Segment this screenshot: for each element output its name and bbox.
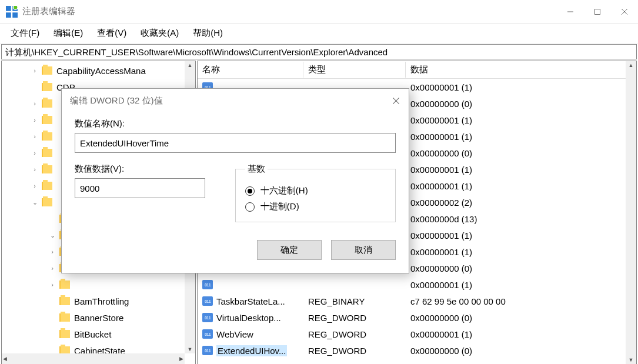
chevron-right-icon[interactable]: › (31, 149, 38, 156)
value-data: 0x00000000 (0) (406, 345, 636, 357)
values-scrollbar[interactable]: ▲ ▼ (626, 61, 636, 364)
folder-icon (59, 280, 70, 289)
tree-item-label: CapabilityAccessMana (56, 66, 146, 76)
value-type: REG_DWORD (303, 328, 406, 340)
base-groupbox: 基数 十六进制(H) 十进制(D) (235, 163, 396, 222)
value-name: VirtualDesktop... (216, 313, 281, 323)
value-data: 0x00000001 (1) (406, 279, 636, 291)
menu-favorites[interactable]: 收藏夹(A) (133, 25, 186, 41)
tree-item[interactable]: › (2, 276, 195, 293)
value-data: 0x00000000 (0) (406, 98, 636, 110)
chevron-right-icon[interactable]: › (31, 67, 38, 74)
dword-icon (202, 280, 213, 289)
value-name: ExtendedUIHov... (216, 345, 287, 356)
column-type[interactable]: 类型 (303, 62, 406, 78)
titlebar: 注册表编辑器 (0, 0, 638, 24)
chevron-down-icon[interactable]: ⌄ (31, 199, 38, 206)
minimize-button[interactable] (557, 0, 584, 24)
dec-radio[interactable]: 十进制(D) (245, 201, 386, 212)
value-data: 0x00000001 (1) (406, 131, 636, 143)
value-data: 0x00000001 (1) (406, 163, 636, 176)
radio-checked-icon (245, 186, 255, 196)
tree-item-label: BitBucket (74, 329, 111, 339)
folder-icon (42, 99, 52, 108)
svg-rect-3 (12, 12, 18, 18)
value-row[interactable]: 0x00000001 (1) (198, 276, 636, 293)
dec-radio-label: 十进制(D) (260, 201, 299, 212)
folder-icon (42, 149, 52, 157)
value-data-field[interactable] (75, 178, 205, 198)
value-data: 0x00000000 (0) (406, 147, 636, 159)
values-header: 名称 类型 数据 (198, 61, 636, 79)
scroll-down-icon[interactable]: ▼ (626, 357, 636, 363)
menu-file[interactable]: 文件(F) (4, 25, 46, 41)
chevron-right-icon[interactable]: › (49, 248, 56, 255)
chevron-right-icon[interactable]: › (31, 182, 38, 189)
regedit-icon (6, 6, 18, 18)
column-name[interactable]: 名称 (198, 62, 303, 78)
menu-view[interactable]: 查看(V) (90, 25, 133, 41)
value-data-label: 数值数据(V): (75, 163, 223, 175)
value-type: REG_DWORD (303, 345, 406, 357)
chevron-spacer: › (49, 330, 56, 338)
scroll-down-icon[interactable]: ▼ (188, 346, 193, 352)
menu-edit[interactable]: 编辑(E) (46, 25, 90, 41)
value-data: 0x00000001 (1) (406, 328, 636, 340)
scroll-right-icon[interactable]: ▶ (179, 356, 183, 362)
folder-icon (42, 132, 52, 141)
dword-icon (202, 329, 213, 339)
chevron-spacer: › (49, 298, 56, 305)
tree-item[interactable]: ›BitBucket (2, 326, 195, 342)
value-data: 0x00000000 (0) (406, 262, 636, 275)
tree-item[interactable]: ›BannerStore (2, 309, 195, 326)
chevron-spacer: › (49, 314, 56, 321)
close-button[interactable] (611, 0, 638, 24)
value-row[interactable]: ExtendedUIHov...REG_DWORD0x00000000 (0) (198, 342, 636, 359)
value-name-label: 数值名称(N): (75, 118, 396, 129)
dialog-close-button[interactable] (383, 89, 409, 112)
svg-rect-0 (6, 6, 11, 11)
value-data: 0x00000001 (1) (406, 246, 636, 258)
scroll-up-icon[interactable]: ▲ (626, 62, 636, 68)
chevron-right-icon[interactable]: › (49, 265, 56, 272)
chevron-right-icon[interactable]: › (31, 166, 38, 173)
tree-item[interactable]: ›CapabilityAccessMana (2, 62, 195, 79)
dword-icon (202, 313, 213, 322)
cancel-button[interactable]: 取消 (331, 240, 396, 260)
folder-icon (42, 116, 52, 124)
scroll-left-icon[interactable]: ◀ (3, 356, 7, 362)
chevron-right-icon[interactable]: › (49, 281, 56, 288)
chevron-right-icon[interactable]: › (31, 116, 38, 123)
folder-icon (59, 330, 70, 338)
edit-dword-dialog: 编辑 DWORD (32 位)值 数值名称(N): 数值数据(V): 基数 十六… (61, 88, 409, 273)
chevron-spacer: › (49, 215, 56, 222)
value-row[interactable]: TaskbarStateLa...REG_BINARYc7 62 99 5e 0… (198, 293, 636, 309)
scroll-up-icon[interactable]: ▲ (188, 62, 193, 68)
tree-item-label: BannerStore (74, 313, 123, 323)
value-row[interactable]: VirtualDesktop...REG_DWORD0x00000000 (0) (198, 309, 636, 326)
value-type: REG_DWORD (303, 312, 406, 324)
address-bar[interactable]: 计算机\HKEY_CURRENT_USER\Software\Microsoft… (1, 44, 637, 59)
hex-radio[interactable]: 十六进制(H) (245, 185, 386, 196)
tree-item[interactable]: ›BamThrottling (2, 293, 195, 309)
horizontal-scrollbar[interactable]: ◀ ▶ (2, 353, 185, 364)
column-data[interactable]: 数据 (406, 62, 636, 78)
maximize-button[interactable] (584, 0, 611, 24)
chevron-down-icon[interactable]: ⌄ (49, 232, 56, 239)
value-name-field[interactable] (75, 133, 396, 153)
dialog-title: 编辑 DWORD (32 位)值 (70, 95, 163, 106)
base-label: 基数 (245, 163, 268, 175)
chevron-right-icon[interactable]: › (31, 100, 38, 107)
value-row[interactable]: WebViewREG_DWORD0x00000001 (1) (198, 326, 636, 342)
folder-icon (42, 182, 52, 190)
window-controls (557, 0, 638, 24)
folder-icon (42, 198, 52, 206)
value-name: TaskbarStateLa... (216, 296, 285, 306)
value-type: REG_BINARY (303, 295, 406, 308)
radio-unchecked-icon (245, 202, 255, 212)
svg-point-4 (14, 6, 18, 9)
menu-help[interactable]: 帮助(H) (186, 25, 230, 41)
dialog-titlebar: 编辑 DWORD (32 位)值 (62, 89, 409, 112)
chevron-right-icon[interactable]: › (31, 133, 38, 140)
ok-button[interactable]: 确定 (257, 240, 322, 260)
